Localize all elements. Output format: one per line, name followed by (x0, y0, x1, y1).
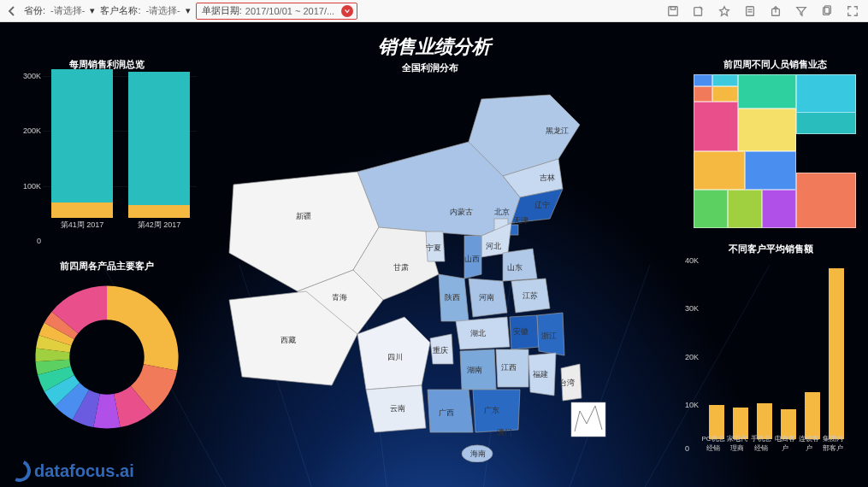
product-customer-donut-chart[interactable]: 前四周各产品主要客户 (17, 260, 197, 435)
map-area: 黑龙江 吉林 辽宁 内蒙古 北京 天津 河北 新疆 山西 山东 (212, 78, 648, 462)
bar-column[interactable]: 第41周 2017 (51, 69, 113, 231)
prov-label: 新疆 (296, 212, 311, 220)
donut-chart-area (26, 276, 188, 438)
prov-label: 广东 (484, 406, 499, 414)
rbar-xlabel: 家电代理商 (725, 434, 749, 453)
prov-label: 青海 (332, 293, 347, 302)
prov-label: 天津 (513, 216, 528, 225)
brand-logo-icon (5, 456, 33, 484)
top-toolbar: 省份: -请选择- ▾ 客户名称: -请选择- ▾ 单据日期: 2017/10/… (0, 0, 868, 22)
svg-rect-3 (747, 6, 754, 15)
rbar-area: 40K 30K 20K 10K 0 PC机总经销 家电代理商 手机总经销 电商客… (685, 261, 856, 453)
prov-label: 陕西 (445, 293, 460, 302)
copy-icon[interactable] (820, 4, 834, 18)
caret-down-icon: ▾ (90, 5, 95, 16)
bar-column[interactable] (805, 392, 820, 439)
toolbar-right (666, 4, 863, 18)
prov-label: 江西 (501, 363, 517, 372)
bar-column[interactable]: 第42周 2017 (128, 72, 190, 231)
dashboard-title: 销售业绩分析 (0, 34, 868, 60)
y-tick: 20K (685, 353, 699, 361)
prov-label: 台湾 (559, 378, 575, 387)
filter-province-value[interactable]: -请选择- (47, 3, 88, 19)
prov-label: 辽宁 (534, 201, 550, 209)
treemap-title: 前四周不同人员销售业态 (694, 58, 856, 71)
prov-label: 北京 (494, 208, 510, 216)
y-tick: 40K (685, 256, 699, 265)
map-title: 全国利润分布 (212, 62, 648, 74)
y-tick: 30K (685, 304, 699, 313)
prov-label: 山西 (464, 255, 480, 263)
rbar-xlabel: PC机总经销 (701, 434, 725, 453)
prov-label: 甘肃 (393, 263, 409, 272)
customer-avg-sales-bar-chart[interactable]: 不同客户平均销售额 40K 30K 20K 10K 0 PC机总经销 家电代理商… (685, 243, 856, 465)
prov-label: 湖南 (467, 366, 482, 374)
donut-chart-title: 前四周各产品主要客户 (17, 260, 197, 273)
prov-label: 云南 (390, 404, 405, 413)
filter-customer[interactable]: 客户名称: -请选择- ▾ (100, 3, 190, 19)
prov-label: 湖北 (470, 329, 486, 337)
y-tick: 10K (685, 401, 699, 409)
star-icon[interactable] (717, 4, 731, 18)
prov-label: 江苏 (523, 291, 538, 300)
filter-date-label: 单据日期: (202, 4, 242, 17)
bar-chart-area: 300K 200K 100K 0 第41周 2017 第42周 2017 (17, 76, 197, 243)
prov-label: 四川 (387, 353, 403, 361)
filter-icon[interactable] (794, 4, 808, 18)
caret-down-icon (341, 5, 353, 17)
prov-label: 西藏 (280, 336, 296, 344)
prov-label: 内蒙古 (450, 208, 473, 216)
prov-label: 福建 (533, 370, 548, 378)
salesperson-treemap-chart[interactable]: 前四周不同人员销售业态 (694, 58, 856, 229)
back-icon[interactable] (5, 4, 19, 18)
edit-icon[interactable] (692, 4, 706, 18)
prov-label: 宁夏 (426, 244, 441, 252)
prov-label: 浙江 (541, 332, 557, 340)
prov-label: 澳门 (497, 428, 512, 437)
bar-xlabel: 第42周 2017 (128, 220, 190, 231)
page-icon[interactable] (743, 4, 757, 18)
weekly-profit-bar-chart[interactable]: 每周销售利润总览 300K 200K 100K 0 第41周 2017 (17, 58, 197, 259)
y-tick: 0 (685, 444, 689, 453)
bar-xlabel: 第41周 2017 (51, 220, 113, 231)
svg-rect-0 (669, 6, 678, 15)
rbar-xlabel: 手机总经销 (749, 434, 773, 453)
brand-watermark: datafocus.ai (9, 460, 134, 482)
filter-province[interactable]: 省份: -请选择- ▾ (24, 3, 95, 19)
prov-label: 海南 (470, 449, 486, 458)
rbar-title: 不同客户平均销售额 (685, 243, 856, 255)
save-icon[interactable] (666, 4, 680, 18)
prov-label: 河北 (486, 242, 501, 250)
prov-label: 安徽 (513, 327, 528, 336)
filter-customer-value[interactable]: -请选择- (142, 3, 183, 19)
donut-slice[interactable] (107, 285, 179, 370)
brand-text: datafocus.ai (34, 461, 134, 481)
y-tick: 100K (17, 182, 41, 191)
y-tick: 300K (17, 72, 41, 80)
prov-label: 山东 (507, 263, 523, 272)
treemap-area (694, 74, 856, 228)
prov-label: 黑龙江 (546, 126, 569, 135)
rbar-xlabel: 电商客户 (773, 434, 797, 453)
prov-label: 吉林 (540, 173, 555, 182)
rbar-xlabel: 集团内部客户 (821, 434, 845, 453)
prov-label: 重庆 (433, 346, 448, 355)
filter-date-value[interactable]: 2017/10/01 ~ 2017/... (242, 4, 338, 18)
fullscreen-icon[interactable] (846, 4, 859, 18)
filter-customer-label: 客户名称: (100, 4, 140, 17)
y-tick: 200K (17, 126, 41, 135)
toolbar-left: 省份: -请选择- ▾ 客户名称: -请选择- ▾ 单据日期: 2017/10/… (5, 3, 666, 20)
profit-map-chart[interactable]: 全国利润分布 黑龙江 吉林 辽宁 内蒙古 北京 天津 河北 新疆 (212, 62, 648, 472)
rbar-xlabel: 连锁客户 (797, 434, 821, 453)
bar-column[interactable] (829, 268, 844, 439)
prov-label: 河南 (479, 293, 494, 302)
export-icon[interactable] (769, 4, 782, 18)
filter-province-label: 省份: (24, 4, 45, 17)
prov-label: 广西 (439, 408, 454, 417)
y-tick: 0 (17, 237, 41, 245)
svg-rect-2 (694, 7, 702, 15)
svg-rect-1 (670, 6, 675, 9)
dashboard: 销售业绩分析 每周销售利润总览 300K 200K 100K 0 第41周 20… (0, 22, 868, 487)
filter-date[interactable]: 单据日期: 2017/10/01 ~ 2017/... (196, 3, 357, 20)
caret-down-icon: ▾ (186, 5, 191, 16)
